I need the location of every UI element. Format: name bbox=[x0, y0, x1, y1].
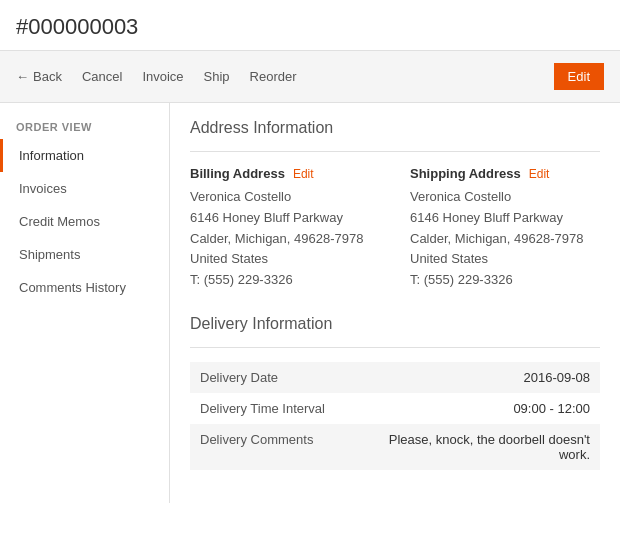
content-area: Address Information Billing Address Edit… bbox=[170, 103, 620, 503]
address-row: Billing Address Edit Veronica Costello 6… bbox=[190, 166, 600, 291]
shipping-city-state: Calder, Michigan, 49628-7978 bbox=[410, 229, 600, 250]
shipping-address-title: Shipping Address Edit bbox=[410, 166, 600, 181]
shipping-name: Veronica Costello bbox=[410, 187, 600, 208]
billing-address-text: Veronica Costello 6146 Honey Bluff Parkw… bbox=[190, 187, 380, 291]
sidebar-item-credit-memos[interactable]: Credit Memos bbox=[0, 205, 169, 238]
delivery-value: 09:00 - 12:00 bbox=[350, 393, 600, 424]
shipping-phone: T: (555) 229-3326 bbox=[410, 270, 600, 291]
delivery-label: Delivery Comments bbox=[190, 424, 350, 470]
delivery-value: Please, knock, the doorbell doesn't work… bbox=[350, 424, 600, 470]
billing-city-state: Calder, Michigan, 49628-7978 bbox=[190, 229, 380, 250]
address-section-title: Address Information bbox=[190, 119, 600, 137]
delivery-row: Delivery CommentsPlease, knock, the door… bbox=[190, 424, 600, 470]
billing-phone: T: (555) 229-3326 bbox=[190, 270, 380, 291]
address-divider bbox=[190, 151, 600, 152]
billing-address-title: Billing Address Edit bbox=[190, 166, 380, 181]
delivery-divider bbox=[190, 347, 600, 348]
shipping-address-block: Shipping Address Edit Veronica Costello … bbox=[410, 166, 600, 291]
billing-street: 6146 Honey Bluff Parkway bbox=[190, 208, 380, 229]
shipping-country: United States bbox=[410, 249, 600, 270]
delivery-section-title: Delivery Information bbox=[190, 315, 600, 333]
page-title: #000000003 bbox=[0, 0, 620, 50]
back-button[interactable]: ← Back bbox=[16, 69, 62, 84]
sidebar-item-information[interactable]: Information bbox=[0, 139, 169, 172]
delivery-value: 2016-09-08 bbox=[350, 362, 600, 393]
reorder-button[interactable]: Reorder bbox=[250, 69, 297, 84]
back-arrow-icon: ← bbox=[16, 69, 29, 84]
billing-name: Veronica Costello bbox=[190, 187, 380, 208]
delivery-label: Delivery Date bbox=[190, 362, 350, 393]
toolbar: ← Back Cancel Invoice Ship Reorder Edit bbox=[0, 50, 620, 103]
shipping-street: 6146 Honey Bluff Parkway bbox=[410, 208, 600, 229]
billing-country: United States bbox=[190, 249, 380, 270]
delivery-label: Delivery Time Interval bbox=[190, 393, 350, 424]
edit-button[interactable]: Edit bbox=[554, 63, 604, 90]
billing-edit-link[interactable]: Edit bbox=[293, 167, 314, 181]
sidebar-item-invoices[interactable]: Invoices bbox=[0, 172, 169, 205]
delivery-section: Delivery Information Delivery Date2016-0… bbox=[190, 315, 600, 470]
billing-address-block: Billing Address Edit Veronica Costello 6… bbox=[190, 166, 380, 291]
cancel-button[interactable]: Cancel bbox=[82, 69, 122, 84]
shipping-edit-link[interactable]: Edit bbox=[529, 167, 550, 181]
sidebar-section-label: ORDER VIEW bbox=[0, 113, 169, 139]
delivery-row: Delivery Date2016-09-08 bbox=[190, 362, 600, 393]
delivery-table: Delivery Date2016-09-08Delivery Time Int… bbox=[190, 362, 600, 470]
delivery-row: Delivery Time Interval09:00 - 12:00 bbox=[190, 393, 600, 424]
main-layout: ORDER VIEW Information Invoices Credit M… bbox=[0, 103, 620, 503]
ship-button[interactable]: Ship bbox=[204, 69, 230, 84]
sidebar-item-comments-history[interactable]: Comments History bbox=[0, 271, 169, 304]
shipping-address-text: Veronica Costello 6146 Honey Bluff Parkw… bbox=[410, 187, 600, 291]
sidebar: ORDER VIEW Information Invoices Credit M… bbox=[0, 103, 170, 503]
sidebar-item-shipments[interactable]: Shipments bbox=[0, 238, 169, 271]
invoice-button[interactable]: Invoice bbox=[142, 69, 183, 84]
